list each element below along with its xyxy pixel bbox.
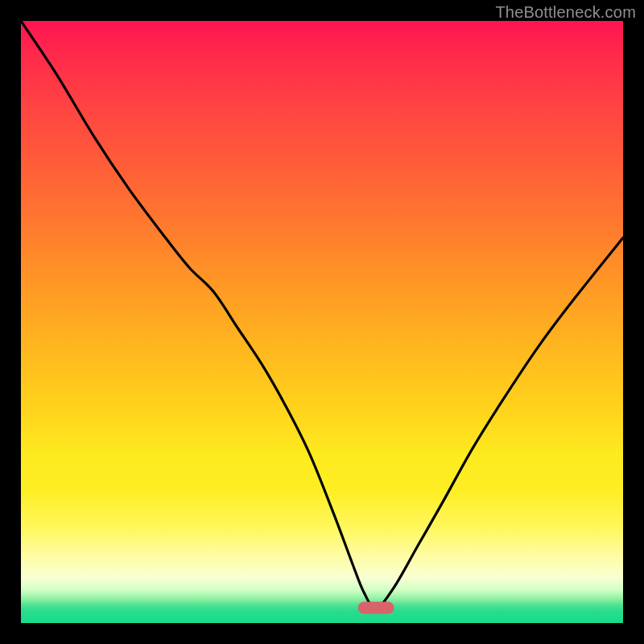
chart-frame: TheBottleneck.com bbox=[0, 0, 644, 644]
bottleneck-curve bbox=[21, 21, 623, 623]
watermark: TheBottleneck.com bbox=[495, 3, 636, 22]
bottleneck-marker bbox=[358, 602, 394, 614]
plot-area bbox=[21, 21, 623, 623]
